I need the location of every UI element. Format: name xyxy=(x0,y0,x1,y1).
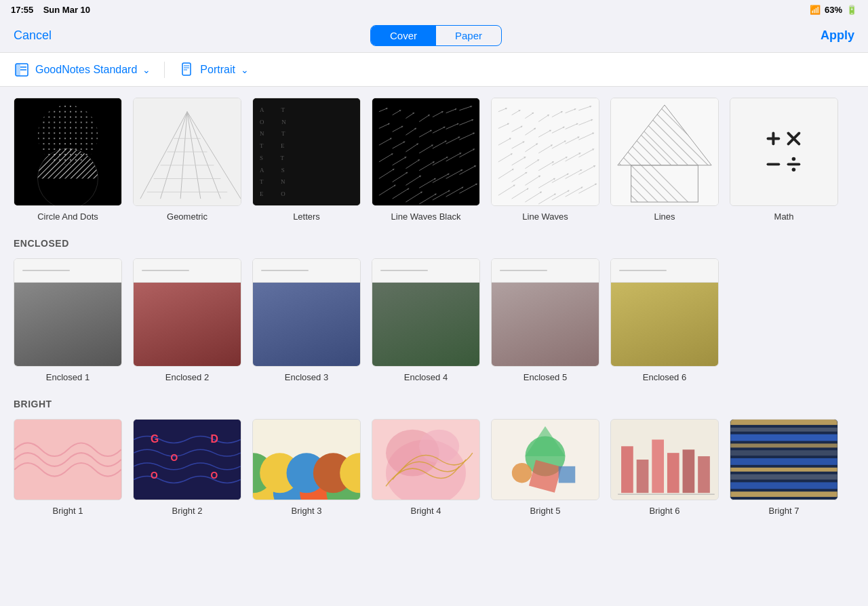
cover-thumb-circle-dots xyxy=(14,98,122,206)
template-label: GoodNotes Standard xyxy=(35,64,137,76)
cover-thumb-enclosed-5 xyxy=(491,258,599,367)
cover-thumb-enclosed-1 xyxy=(14,258,122,367)
svg-rect-187 xyxy=(637,460,649,493)
cover-thumb-enclosed-2 xyxy=(133,258,241,367)
section-title-enclosed: ENCLOSED xyxy=(14,238,854,249)
cover-thumb-bright-1 xyxy=(14,419,122,500)
cancel-button[interactable]: Cancel xyxy=(14,28,52,43)
cover-item-letters[interactable]: A T O N N T T E S T A S T N E O Letters xyxy=(252,98,361,222)
template-icon xyxy=(14,62,30,78)
battery-percent: 63% xyxy=(825,5,842,15)
cover-label-bright-6: Bright 6 xyxy=(650,506,680,516)
cover-item-enclosed-1[interactable]: Enclosed 1 xyxy=(14,258,122,382)
cover-item-bright-3[interactable]: Bright 3 xyxy=(252,419,361,516)
cover-label-line-waves-black: Line Waves Black xyxy=(391,211,461,222)
wifi-icon: 📶 xyxy=(810,5,821,15)
cover-grid-bright: Bright 1 G O O D O xyxy=(14,419,854,516)
svg-text:E O: E O xyxy=(260,190,294,197)
cover-thumb-math xyxy=(730,98,838,206)
svg-text:O: O xyxy=(170,453,178,463)
cover-thumb-line-waves xyxy=(491,98,599,206)
cover-item-enclosed-3[interactable]: Enclosed 3 xyxy=(252,258,361,382)
cover-label-bright-4: Bright 4 xyxy=(411,506,441,516)
cover-item-bright-7[interactable]: Bright 7 xyxy=(730,419,838,516)
cover-label-enclosed-1: Enclosed 1 xyxy=(46,372,90,382)
cover-item-circle-dots[interactable]: Circle And Dots xyxy=(14,98,122,222)
svg-rect-189 xyxy=(667,453,679,493)
status-indicators: 📶 63% 🔋 xyxy=(810,5,857,15)
cover-label-bright-7: Bright 7 xyxy=(769,506,800,516)
cover-label-enclosed-4: Enclosed 4 xyxy=(404,372,448,382)
svg-point-156 xyxy=(791,157,795,161)
svg-rect-199 xyxy=(730,458,837,465)
cover-thumb-letters: A T O N N T T E S T A S T N E O xyxy=(252,98,361,206)
cover-thumb-enclosed-6 xyxy=(610,258,719,367)
svg-rect-191 xyxy=(698,456,710,493)
svg-text:A T: A T xyxy=(260,106,293,113)
orientation-chevron: ⌄ xyxy=(241,64,249,75)
cover-label-enclosed-5: Enclosed 5 xyxy=(524,372,567,382)
svg-rect-200 xyxy=(730,468,837,472)
orientation-label: Portrait xyxy=(200,64,235,76)
svg-text:A S: A S xyxy=(260,167,293,174)
cover-thumb-enclosed-4 xyxy=(372,258,480,367)
cover-grid-default: Circle And Dots xyxy=(14,98,854,222)
cover-label-math: Math xyxy=(774,211,794,222)
svg-rect-188 xyxy=(652,440,664,493)
cover-label-lines: Lines xyxy=(654,211,675,222)
status-date: Sun Mar 10 xyxy=(43,5,90,15)
cover-label-letters: Letters xyxy=(293,211,320,222)
cover-label-enclosed-6: Enclosed 6 xyxy=(643,372,686,382)
svg-text:O: O xyxy=(151,470,158,481)
cover-item-enclosed-5[interactable]: Enclosed 5 xyxy=(491,258,599,382)
cover-label-bright-1: Bright 1 xyxy=(53,506,83,516)
svg-rect-198 xyxy=(730,450,837,456)
svg-rect-4 xyxy=(182,63,191,75)
template-chevron: ⌄ xyxy=(142,64,151,75)
svg-rect-159 xyxy=(134,420,240,500)
svg-text:G: G xyxy=(151,433,159,445)
template-selector[interactable]: GoodNotes Standard ⌄ xyxy=(14,62,151,78)
orientation-selector[interactable]: Portrait ⌄ xyxy=(178,62,249,78)
cover-thumb-bright-2: G O O D O xyxy=(133,419,241,500)
cover-thumb-geometric xyxy=(133,98,241,206)
cover-item-geometric[interactable]: Geometric xyxy=(133,98,241,222)
cover-item-line-waves[interactable]: Line Waves xyxy=(491,98,599,222)
svg-point-178 xyxy=(419,430,459,463)
tab-cover[interactable]: Cover xyxy=(371,26,436,45)
cover-gallery: Circle And Dots xyxy=(0,87,868,606)
cover-item-bright-5[interactable]: Bright 5 xyxy=(491,419,599,516)
cover-thumb-lines xyxy=(610,98,719,206)
status-bar: 17:55 Sun Mar 10 📶 63% 🔋 xyxy=(0,0,868,19)
cover-item-bright-4[interactable]: Bright 4 xyxy=(372,419,480,516)
cover-item-enclosed-6[interactable]: Enclosed 6 xyxy=(610,258,719,382)
svg-text:O N: O N xyxy=(260,119,294,125)
cover-item-bright-2[interactable]: G O O D O Bright 2 xyxy=(133,419,241,516)
tab-group: Cover Paper xyxy=(370,25,502,46)
svg-rect-190 xyxy=(683,449,695,493)
cover-item-enclosed-4[interactable]: Enclosed 4 xyxy=(372,258,480,382)
cover-grid-enclosed: Enclosed 1 Enclosed 2 Enclosed 3 xyxy=(14,258,854,382)
svg-point-157 xyxy=(791,167,795,171)
battery-icon: 🔋 xyxy=(846,5,857,15)
filter-bar: GoodNotes Standard ⌄ Portrait ⌄ xyxy=(0,53,868,87)
tab-paper[interactable]: Paper xyxy=(436,26,501,45)
cover-item-line-waves-black[interactable]: Line Waves Black xyxy=(372,98,480,222)
cover-item-bright-6[interactable]: Bright 6 xyxy=(610,419,719,516)
cover-item-enclosed-2[interactable]: Enclosed 2 xyxy=(133,258,241,382)
svg-rect-202 xyxy=(730,482,837,489)
svg-text:O: O xyxy=(210,470,218,481)
svg-rect-186 xyxy=(621,446,633,493)
cover-item-math[interactable]: Math xyxy=(730,98,838,222)
cover-label-bright-2: Bright 2 xyxy=(172,506,203,516)
apply-button[interactable]: Apply xyxy=(821,28,854,43)
cover-item-bright-1[interactable]: Bright 1 xyxy=(14,419,122,516)
orientation-icon xyxy=(178,62,195,78)
svg-text:D: D xyxy=(210,433,218,445)
svg-rect-184 xyxy=(559,466,576,483)
nav-bar: Cancel Cover Paper Apply xyxy=(0,19,868,53)
cover-thumb-bright-7 xyxy=(730,419,838,500)
cover-item-lines[interactable]: Lines xyxy=(610,98,719,222)
svg-rect-197 xyxy=(730,443,837,447)
cover-thumb-line-waves-black xyxy=(372,98,480,206)
